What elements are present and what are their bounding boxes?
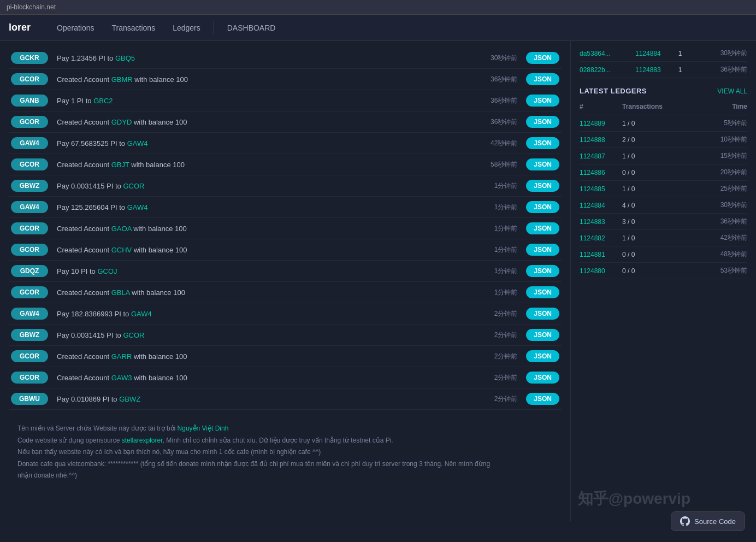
tx-hash[interactable]: da53864...	[580, 50, 629, 57]
json-button[interactable]: JSON	[526, 201, 559, 213]
ledger-num[interactable]: 1124887	[580, 152, 618, 160]
op-badge[interactable]: GCOR	[11, 222, 48, 234]
op-suffix: with balance 100	[130, 288, 185, 297]
op-badge[interactable]: GANB	[11, 95, 48, 107]
op-desc-text: Pay 10 PI to	[57, 267, 97, 275]
nav-operations[interactable]: Operations	[48, 16, 103, 40]
op-link[interactable]: GARR	[111, 352, 132, 361]
op-link[interactable]: GAOA	[111, 225, 132, 233]
tx-time: 30秒钟前	[692, 49, 747, 58]
ledger-num[interactable]: 1124888	[580, 136, 618, 144]
ledger-num[interactable]: 1124885	[580, 185, 618, 193]
op-badge[interactable]: GAW4	[11, 201, 48, 213]
op-link[interactable]: GBJT	[111, 161, 129, 169]
right-panel: da53864...1124884130秒钟前028822b...1124883…	[570, 41, 756, 521]
tx-ledger[interactable]: 1124883	[635, 66, 668, 74]
json-button[interactable]: JSON	[526, 158, 559, 170]
nav-transactions[interactable]: Transactions	[103, 16, 164, 40]
op-time: 1分钟前	[474, 245, 517, 255]
op-link[interactable]: GCHV	[111, 246, 132, 254]
op-description: Created Account GCHV with balance 100	[57, 246, 474, 254]
op-link[interactable]: GBQ5	[115, 54, 135, 62]
view-all-button[interactable]: VIEW ALL	[717, 87, 747, 95]
json-button[interactable]: JSON	[526, 393, 559, 405]
operation-row: GBWZPay 0.0031415 PI to GCOR2分钟前JSON	[9, 325, 562, 346]
ledger-row: 11248871 / 015秒钟前	[580, 148, 747, 164]
op-badge[interactable]: GBWU	[11, 393, 48, 405]
ledger-row: 11248800 / 053秒钟前	[580, 263, 747, 279]
op-badge[interactable]: GCOR	[11, 116, 48, 128]
json-button[interactable]: JSON	[526, 329, 559, 341]
ledger-num[interactable]: 1124889	[580, 120, 618, 127]
json-button[interactable]: JSON	[526, 372, 559, 384]
tx-hash[interactable]: 028822b...	[580, 66, 629, 74]
json-button[interactable]: JSON	[526, 286, 559, 298]
json-button[interactable]: JSON	[526, 244, 559, 256]
json-button[interactable]: JSON	[526, 308, 559, 320]
op-link[interactable]: GAW3	[111, 374, 132, 382]
tx-ledger[interactable]: 1124884	[635, 50, 668, 57]
op-badge[interactable]: GAW4	[11, 308, 48, 320]
json-button[interactable]: JSON	[526, 222, 559, 234]
tx-time: 36秒钟前	[692, 65, 747, 74]
nav-ledgers[interactable]: Ledgers	[164, 16, 209, 40]
ledger-num[interactable]: 1124883	[580, 218, 618, 226]
footer-link1[interactable]: Nguyễn Việt Dinh	[178, 425, 229, 432]
json-button[interactable]: JSON	[526, 137, 559, 149]
nav-dashboard[interactable]: DASHBOARD	[218, 16, 285, 40]
op-time: 1分钟前	[474, 288, 517, 297]
json-button[interactable]: JSON	[526, 265, 559, 277]
op-desc-text: Created Account	[57, 288, 111, 297]
source-code-button[interactable]: Source Code	[671, 511, 745, 531]
ledger-num[interactable]: 1124882	[580, 234, 618, 242]
op-link[interactable]: GCOR	[123, 331, 144, 339]
op-badge[interactable]: GAW4	[11, 137, 48, 149]
latest-transactions: da53864...1124884130秒钟前028822b...1124883…	[580, 45, 747, 78]
ledger-row: 11248844 / 030秒钟前	[580, 197, 747, 214]
operations-panel: GCKRPay 1.23456 PI to GBQ530秒钟前JSONGCORC…	[0, 41, 570, 521]
title-bar: pi-blockchain.net	[0, 0, 756, 15]
operation-row: GAW4Pay 182.8386993 PI to GAW42分钟前JSON	[9, 303, 562, 325]
json-button[interactable]: JSON	[526, 52, 559, 64]
op-badge[interactable]: GCOR	[11, 158, 48, 170]
ledger-num[interactable]: 1124880	[580, 267, 618, 275]
op-badge[interactable]: GCOR	[11, 286, 48, 298]
footer-link2[interactable]: stellarexplorer	[122, 437, 163, 444]
op-badge[interactable]: GCOR	[11, 244, 48, 256]
op-link[interactable]: GBMR	[111, 75, 133, 84]
op-desc-text: Created Account	[57, 246, 111, 254]
ledger-num[interactable]: 1124881	[580, 251, 618, 258]
ledger-num[interactable]: 1124886	[580, 169, 618, 176]
ledger-num[interactable]: 1124884	[580, 202, 618, 209]
op-link[interactable]: GBWZ	[119, 395, 140, 403]
op-link[interactable]: GCOR	[123, 182, 144, 190]
op-link[interactable]: GDYD	[111, 118, 132, 126]
json-button[interactable]: JSON	[526, 95, 559, 107]
ledger-txs: 2 / 0	[622, 136, 671, 144]
operation-row: GCORCreated Account GAW3 with balance 10…	[9, 367, 562, 388]
op-link[interactable]: GAW4	[131, 310, 152, 318]
op-link[interactable]: GBLA	[111, 288, 130, 297]
op-suffix: with balance 100	[132, 225, 187, 233]
transaction-row: da53864...1124884130秒钟前	[580, 45, 747, 62]
op-link[interactable]: GAW4	[127, 139, 148, 148]
op-badge[interactable]: GBWZ	[11, 180, 48, 192]
json-button[interactable]: JSON	[526, 180, 559, 192]
op-badge[interactable]: GDQZ	[11, 265, 48, 277]
op-description: Pay 1 PI to GBC2	[57, 97, 474, 105]
op-badge[interactable]: GCOR	[11, 372, 48, 384]
json-button[interactable]: JSON	[526, 350, 559, 362]
json-button[interactable]: JSON	[526, 73, 559, 85]
op-desc-text: Pay 1.23456 PI to	[57, 54, 115, 62]
op-link[interactable]: GAW4	[127, 203, 148, 211]
op-description: Pay 125.265604 PI to GAW4	[57, 203, 474, 211]
op-link[interactable]: GCOJ	[97, 267, 117, 275]
ledger-time: 42秒钟前	[676, 233, 747, 243]
op-link[interactable]: GBC2	[93, 97, 113, 105]
op-badge[interactable]: GCKR	[11, 52, 48, 64]
op-desc-text: Pay 125.265604 PI to	[57, 203, 127, 211]
op-badge[interactable]: GBWZ	[11, 329, 48, 341]
op-badge[interactable]: GCOR	[11, 73, 48, 85]
json-button[interactable]: JSON	[526, 116, 559, 128]
op-badge[interactable]: GCOR	[11, 350, 48, 362]
